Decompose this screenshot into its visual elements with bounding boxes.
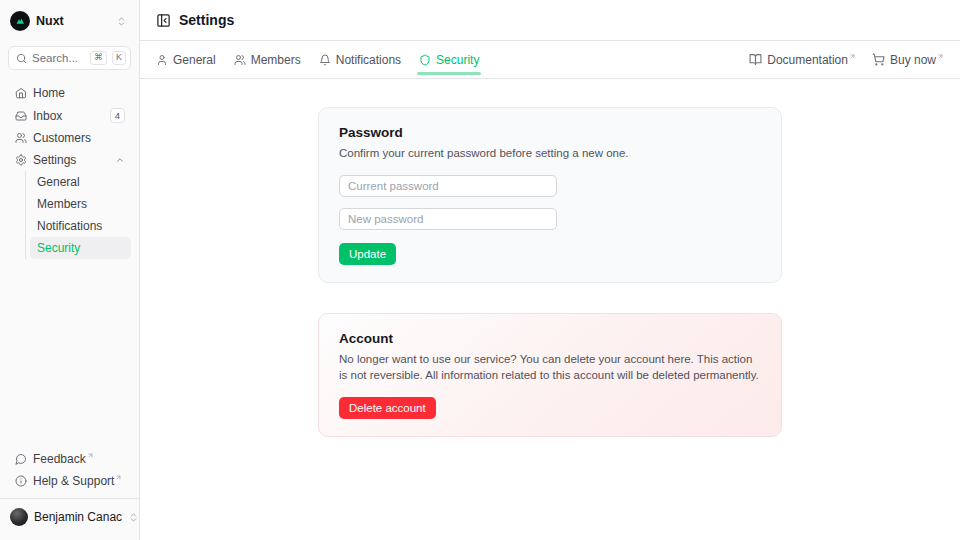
tab-members[interactable]: Members [234,41,301,78]
sidebar-item-home[interactable]: Home [8,82,131,104]
gear-icon [15,154,27,166]
tab-label: Members [251,53,301,67]
sidebar-item-settings-members[interactable]: Members [30,193,131,215]
shopping-cart-icon [872,53,885,66]
external-link-icon [937,53,944,67]
external-link-icon [87,452,94,466]
page-title: Settings [179,12,234,28]
app-window: Nuxt Search... ⌘ K Home Inbox 4 Cust [0,0,960,540]
tab-label: General [173,53,216,67]
team-name: Nuxt [36,14,110,28]
password-card-description: Confirm your current password before set… [339,145,761,162]
search-icon [16,53,27,64]
top-actions: Documentation Buy now [749,41,944,78]
buy-now-link[interactable]: Buy now [872,53,944,67]
sidebar-item-inbox[interactable]: Inbox 4 [8,104,131,127]
users-icon [234,54,246,66]
kbd-meta: ⌘ [90,51,107,65]
account-card-title: Account [339,331,761,346]
tab-label: Security [436,53,479,67]
user-icon [156,54,168,66]
tab-general[interactable]: General [156,41,216,78]
account-card: Account No longer want to use our servic… [318,313,782,437]
info-circle-icon [15,475,27,487]
inbox-count-badge: 4 [110,108,125,123]
page-header: Settings [140,0,960,41]
help-support-label: Help & Support [33,474,122,488]
sidebar-item-label: Settings [33,153,109,167]
password-card: Password Confirm your current password b… [318,107,782,283]
users-icon [15,132,27,144]
main-area: Settings General Members Notifications [140,0,960,540]
delete-account-button[interactable]: Delete account [339,397,436,419]
settings-sub-list: General Members Notifications Security [25,171,131,259]
sidebar-item-customers[interactable]: Customers [8,127,131,149]
content-area: Password Confirm your current password b… [140,79,960,540]
home-icon [15,87,27,99]
sidebar-item-label: Home [33,86,125,100]
search-placeholder: Search... [32,52,85,64]
chevrons-up-down-icon [116,16,127,27]
new-password-field[interactable] [339,208,557,230]
help-support-link[interactable]: Help & Support [8,470,131,492]
bell-icon [319,54,331,66]
chevron-up-icon [115,155,125,165]
kbd-k: K [112,51,126,65]
password-card-title: Password [339,125,761,140]
documentation-label: Documentation [767,53,856,67]
user-menu[interactable]: Benjamin Canac [0,498,139,528]
message-bubble-icon [15,453,27,465]
avatar [10,508,28,526]
active-tab-indicator [417,72,481,75]
update-password-button[interactable]: Update [339,243,396,265]
shield-icon [419,54,431,66]
tab-security[interactable]: Security [419,41,479,78]
collapse-sidebar-icon[interactable] [156,13,171,28]
tab-notifications[interactable]: Notifications [319,41,401,78]
sidebar-item-settings-notifications[interactable]: Notifications [30,215,131,237]
team-switcher[interactable]: Nuxt [8,8,131,34]
sidebar-item-settings[interactable]: Settings [8,149,131,171]
sidebar-item-label: Inbox [33,109,104,123]
nuxt-logo-icon [10,11,30,31]
tab-label: Notifications [336,53,401,67]
account-card-description: No longer want to use our service? You c… [339,351,761,384]
search-input[interactable]: Search... ⌘ K [8,46,131,70]
tab-bar: General Members Notifications Security [140,41,960,79]
chevrons-up-down-icon [128,512,139,523]
sidebar-nav: Home Inbox 4 Customers Settings General [8,82,131,259]
sidebar-item-label: Customers [33,131,125,145]
inbox-icon [15,110,27,122]
sidebar-footer: Feedback Help & Support Benjamin Canac [8,448,131,532]
feedback-link[interactable]: Feedback [8,448,131,470]
user-name: Benjamin Canac [34,510,122,524]
documentation-link[interactable]: Documentation [749,53,856,67]
book-open-icon [749,53,762,66]
tabs: General Members Notifications Security [156,41,479,78]
external-link-icon [115,474,122,488]
current-password-field[interactable] [339,175,557,197]
external-link-icon [849,53,856,67]
feedback-label: Feedback [33,452,94,466]
sidebar-item-settings-general[interactable]: General [30,171,131,193]
buy-now-label: Buy now [890,53,944,67]
sidebar-item-settings-security[interactable]: Security [30,237,131,259]
sidebar: Nuxt Search... ⌘ K Home Inbox 4 Cust [0,0,140,540]
